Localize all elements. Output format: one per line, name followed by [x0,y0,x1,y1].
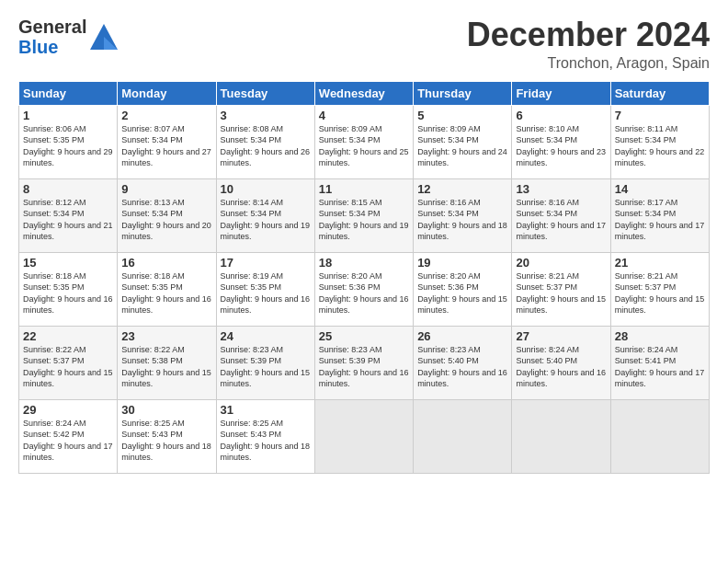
calendar-header-row: SundayMondayTuesdayWednesdayThursdayFrid… [19,81,710,105]
calendar-cell: 29Sunrise: 8:24 AMSunset: 5:42 PMDayligh… [19,399,118,473]
cell-info: Sunrise: 8:21 AMSunset: 5:37 PMDaylight:… [516,270,606,316]
calendar-cell: 5Sunrise: 8:09 AMSunset: 5:34 PMDaylight… [414,105,512,178]
calendar-week-row: 29Sunrise: 8:24 AMSunset: 5:42 PMDayligh… [19,399,710,473]
calendar-cell: 15Sunrise: 8:18 AMSunset: 5:35 PMDayligh… [19,252,118,326]
calendar-cell [610,399,709,473]
calendar-cell: 25Sunrise: 8:23 AMSunset: 5:39 PMDayligh… [314,326,413,399]
month-title: December 2024 [467,17,710,53]
day-of-week-wednesday: Wednesday [314,81,413,105]
day-number: 15 [23,256,113,270]
cell-info: Sunrise: 8:10 AMSunset: 5:34 PMDaylight:… [516,123,606,169]
cell-info: Sunrise: 8:11 AMSunset: 5:34 PMDaylight:… [615,123,705,169]
cell-info: Sunrise: 8:07 AMSunset: 5:34 PMDaylight:… [121,123,211,169]
cell-info: Sunrise: 8:16 AMSunset: 5:34 PMDaylight:… [417,197,507,243]
calendar-week-row: 15Sunrise: 8:18 AMSunset: 5:35 PMDayligh… [19,252,710,326]
day-number: 19 [417,256,507,270]
day-number: 18 [319,256,409,270]
cell-info: Sunrise: 8:21 AMSunset: 5:37 PMDaylight:… [615,270,705,316]
day-number: 1 [23,109,113,122]
calendar-cell: 4Sunrise: 8:09 AMSunset: 5:34 PMDaylight… [314,105,413,178]
calendar-container: General Blue December 2024 Tronchon, Ara… [0,0,728,563]
calendar-cell: 21Sunrise: 8:21 AMSunset: 5:37 PMDayligh… [610,252,709,326]
calendar-cell: 2Sunrise: 8:07 AMSunset: 5:34 PMDaylight… [118,105,216,178]
header: General Blue December 2024 Tronchon, Ara… [18,17,710,72]
calendar-cell: 17Sunrise: 8:19 AMSunset: 5:35 PMDayligh… [216,252,314,326]
calendar-week-row: 22Sunrise: 8:22 AMSunset: 5:37 PMDayligh… [19,326,710,399]
day-number: 10 [221,182,311,196]
day-number: 3 [221,109,311,122]
day-of-week-saturday: Saturday [610,81,709,105]
day-number: 16 [121,256,211,270]
title-block: December 2024 Tronchon, Aragon, Spain [467,17,710,72]
cell-info: Sunrise: 8:09 AMSunset: 5:34 PMDaylight:… [319,123,409,169]
day-number: 21 [615,256,705,270]
day-number: 6 [516,109,606,122]
day-number: 22 [23,329,113,343]
calendar-cell: 1Sunrise: 8:06 AMSunset: 5:35 PMDaylight… [19,105,118,178]
calendar-cell: 23Sunrise: 8:22 AMSunset: 5:38 PMDayligh… [118,326,216,399]
day-number: 29 [23,403,113,417]
calendar-cell: 26Sunrise: 8:23 AMSunset: 5:40 PMDayligh… [414,326,512,399]
day-number: 11 [319,182,409,196]
cell-info: Sunrise: 8:18 AMSunset: 5:35 PMDaylight:… [121,270,211,316]
logo-general: General [18,17,86,37]
cell-info: Sunrise: 8:09 AMSunset: 5:34 PMDaylight:… [417,123,507,169]
calendar-cell: 20Sunrise: 8:21 AMSunset: 5:37 PMDayligh… [512,252,610,326]
calendar-cell: 10Sunrise: 8:14 AMSunset: 5:34 PMDayligh… [216,178,314,252]
day-number: 20 [516,256,606,270]
day-number: 24 [221,329,311,343]
cell-info: Sunrise: 8:22 AMSunset: 5:37 PMDaylight:… [23,344,113,390]
cell-info: Sunrise: 8:15 AMSunset: 5:34 PMDaylight:… [319,197,409,243]
calendar-cell: 9Sunrise: 8:13 AMSunset: 5:34 PMDaylight… [118,178,216,252]
day-number: 25 [319,329,409,343]
cell-info: Sunrise: 8:23 AMSunset: 5:40 PMDaylight:… [417,344,507,390]
calendar-table: SundayMondayTuesdayWednesdayThursdayFrid… [18,81,710,474]
cell-info: Sunrise: 8:12 AMSunset: 5:34 PMDaylight:… [23,197,113,243]
calendar-cell: 14Sunrise: 8:17 AMSunset: 5:34 PMDayligh… [610,178,709,252]
calendar-cell [414,399,512,473]
cell-info: Sunrise: 8:08 AMSunset: 5:34 PMDaylight:… [221,123,311,169]
cell-info: Sunrise: 8:22 AMSunset: 5:38 PMDaylight:… [121,344,211,390]
day-number: 8 [23,182,113,196]
cell-info: Sunrise: 8:16 AMSunset: 5:34 PMDaylight:… [516,197,606,243]
calendar-cell: 18Sunrise: 8:20 AMSunset: 5:36 PMDayligh… [314,252,413,326]
day-number: 9 [121,182,211,196]
day-number: 5 [417,109,507,122]
calendar-cell: 30Sunrise: 8:25 AMSunset: 5:43 PMDayligh… [118,399,216,473]
calendar-cell [314,399,413,473]
day-of-week-thursday: Thursday [414,81,512,105]
cell-info: Sunrise: 8:24 AMSunset: 5:42 PMDaylight:… [23,418,113,464]
day-number: 7 [615,109,705,122]
day-number: 17 [221,256,311,270]
day-number: 4 [319,109,409,122]
calendar-cell: 19Sunrise: 8:20 AMSunset: 5:36 PMDayligh… [414,252,512,326]
calendar-cell: 12Sunrise: 8:16 AMSunset: 5:34 PMDayligh… [414,178,512,252]
logo: General Blue [18,17,118,57]
cell-info: Sunrise: 8:20 AMSunset: 5:36 PMDaylight:… [319,270,409,316]
calendar-cell: 7Sunrise: 8:11 AMSunset: 5:34 PMDaylight… [610,105,709,178]
calendar-cell: 27Sunrise: 8:24 AMSunset: 5:40 PMDayligh… [512,326,610,399]
location: Tronchon, Aragon, Spain [467,55,710,72]
cell-info: Sunrise: 8:24 AMSunset: 5:40 PMDaylight:… [516,344,606,390]
day-number: 13 [516,182,606,196]
day-number: 14 [615,182,705,196]
calendar-cell: 16Sunrise: 8:18 AMSunset: 5:35 PMDayligh… [118,252,216,326]
day-number: 23 [121,329,211,343]
calendar-cell [512,399,610,473]
cell-info: Sunrise: 8:25 AMSunset: 5:43 PMDaylight:… [121,418,211,464]
day-number: 28 [615,329,705,343]
logo-blue: Blue [18,37,86,57]
day-number: 27 [516,329,606,343]
cell-info: Sunrise: 8:24 AMSunset: 5:41 PMDaylight:… [615,344,705,390]
cell-info: Sunrise: 8:23 AMSunset: 5:39 PMDaylight:… [221,344,311,390]
day-number: 31 [221,403,311,417]
calendar-week-row: 8Sunrise: 8:12 AMSunset: 5:34 PMDaylight… [19,178,710,252]
calendar-cell: 22Sunrise: 8:22 AMSunset: 5:37 PMDayligh… [19,326,118,399]
day-number: 26 [417,329,507,343]
day-of-week-sunday: Sunday [19,81,118,105]
calendar-cell: 3Sunrise: 8:08 AMSunset: 5:34 PMDaylight… [216,105,314,178]
calendar-cell: 8Sunrise: 8:12 AMSunset: 5:34 PMDaylight… [19,178,118,252]
cell-info: Sunrise: 8:13 AMSunset: 5:34 PMDaylight:… [121,197,211,243]
cell-info: Sunrise: 8:17 AMSunset: 5:34 PMDaylight:… [615,197,705,243]
cell-info: Sunrise: 8:25 AMSunset: 5:43 PMDaylight:… [221,418,311,464]
